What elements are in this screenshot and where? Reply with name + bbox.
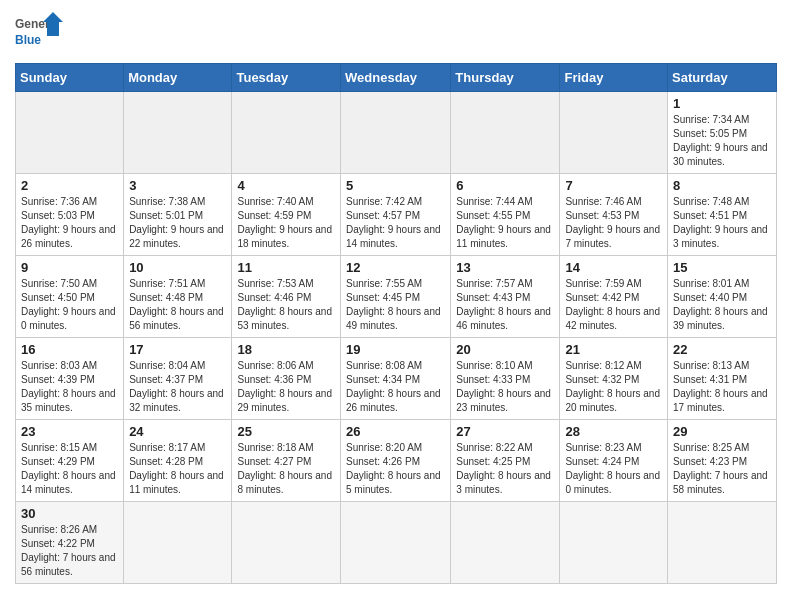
day-cell: 3Sunrise: 7:38 AM Sunset: 5:01 PM Daylig…: [124, 174, 232, 256]
day-cell: 30Sunrise: 8:26 AM Sunset: 4:22 PM Dayli…: [16, 502, 124, 584]
day-cell: 2Sunrise: 7:36 AM Sunset: 5:03 PM Daylig…: [16, 174, 124, 256]
day-cell: [560, 502, 668, 584]
day-number: 6: [456, 178, 554, 193]
column-header-friday: Friday: [560, 64, 668, 92]
day-number: 2: [21, 178, 118, 193]
day-number: 8: [673, 178, 771, 193]
week-row-5: 23Sunrise: 8:15 AM Sunset: 4:29 PM Dayli…: [16, 420, 777, 502]
day-number: 25: [237, 424, 335, 439]
day-cell: 10Sunrise: 7:51 AM Sunset: 4:48 PM Dayli…: [124, 256, 232, 338]
day-cell: 17Sunrise: 8:04 AM Sunset: 4:37 PM Dayli…: [124, 338, 232, 420]
day-info: Sunrise: 8:17 AM Sunset: 4:28 PM Dayligh…: [129, 441, 226, 497]
day-number: 15: [673, 260, 771, 275]
day-info: Sunrise: 8:04 AM Sunset: 4:37 PM Dayligh…: [129, 359, 226, 415]
day-cell: 24Sunrise: 8:17 AM Sunset: 4:28 PM Dayli…: [124, 420, 232, 502]
day-number: 11: [237, 260, 335, 275]
day-number: 22: [673, 342, 771, 357]
day-number: 9: [21, 260, 118, 275]
day-number: 29: [673, 424, 771, 439]
day-cell: [341, 92, 451, 174]
column-header-wednesday: Wednesday: [341, 64, 451, 92]
week-row-3: 9Sunrise: 7:50 AM Sunset: 4:50 PM Daylig…: [16, 256, 777, 338]
day-number: 26: [346, 424, 445, 439]
week-row-4: 16Sunrise: 8:03 AM Sunset: 4:39 PM Dayli…: [16, 338, 777, 420]
day-info: Sunrise: 7:46 AM Sunset: 4:53 PM Dayligh…: [565, 195, 662, 251]
day-cell: [451, 92, 560, 174]
day-cell: [668, 502, 777, 584]
day-cell: [124, 502, 232, 584]
day-number: 24: [129, 424, 226, 439]
day-cell: 11Sunrise: 7:53 AM Sunset: 4:46 PM Dayli…: [232, 256, 341, 338]
day-info: Sunrise: 8:01 AM Sunset: 4:40 PM Dayligh…: [673, 277, 771, 333]
day-cell: 14Sunrise: 7:59 AM Sunset: 4:42 PM Dayli…: [560, 256, 668, 338]
day-number: 17: [129, 342, 226, 357]
day-cell: 7Sunrise: 7:46 AM Sunset: 4:53 PM Daylig…: [560, 174, 668, 256]
svg-text:Blue: Blue: [15, 33, 41, 47]
day-info: Sunrise: 7:55 AM Sunset: 4:45 PM Dayligh…: [346, 277, 445, 333]
day-info: Sunrise: 8:23 AM Sunset: 4:24 PM Dayligh…: [565, 441, 662, 497]
day-number: 12: [346, 260, 445, 275]
day-cell: 22Sunrise: 8:13 AM Sunset: 4:31 PM Dayli…: [668, 338, 777, 420]
week-row-2: 2Sunrise: 7:36 AM Sunset: 5:03 PM Daylig…: [16, 174, 777, 256]
day-number: 23: [21, 424, 118, 439]
day-info: Sunrise: 7:40 AM Sunset: 4:59 PM Dayligh…: [237, 195, 335, 251]
column-header-thursday: Thursday: [451, 64, 560, 92]
day-cell: 16Sunrise: 8:03 AM Sunset: 4:39 PM Dayli…: [16, 338, 124, 420]
day-cell: 1Sunrise: 7:34 AM Sunset: 5:05 PM Daylig…: [668, 92, 777, 174]
day-cell: 6Sunrise: 7:44 AM Sunset: 4:55 PM Daylig…: [451, 174, 560, 256]
day-cell: 29Sunrise: 8:25 AM Sunset: 4:23 PM Dayli…: [668, 420, 777, 502]
day-number: 10: [129, 260, 226, 275]
column-header-sunday: Sunday: [16, 64, 124, 92]
day-info: Sunrise: 8:15 AM Sunset: 4:29 PM Dayligh…: [21, 441, 118, 497]
day-info: Sunrise: 7:38 AM Sunset: 5:01 PM Dayligh…: [129, 195, 226, 251]
day-cell: 25Sunrise: 8:18 AM Sunset: 4:27 PM Dayli…: [232, 420, 341, 502]
column-header-tuesday: Tuesday: [232, 64, 341, 92]
day-info: Sunrise: 7:53 AM Sunset: 4:46 PM Dayligh…: [237, 277, 335, 333]
page-header: General Blue: [15, 10, 777, 55]
day-info: Sunrise: 7:44 AM Sunset: 4:55 PM Dayligh…: [456, 195, 554, 251]
day-info: Sunrise: 7:51 AM Sunset: 4:48 PM Dayligh…: [129, 277, 226, 333]
week-row-6: 30Sunrise: 8:26 AM Sunset: 4:22 PM Dayli…: [16, 502, 777, 584]
day-cell: 19Sunrise: 8:08 AM Sunset: 4:34 PM Dayli…: [341, 338, 451, 420]
day-info: Sunrise: 7:48 AM Sunset: 4:51 PM Dayligh…: [673, 195, 771, 251]
day-cell: [232, 502, 341, 584]
day-cell: 13Sunrise: 7:57 AM Sunset: 4:43 PM Dayli…: [451, 256, 560, 338]
day-info: Sunrise: 8:25 AM Sunset: 4:23 PM Dayligh…: [673, 441, 771, 497]
day-number: 3: [129, 178, 226, 193]
day-info: Sunrise: 7:57 AM Sunset: 4:43 PM Dayligh…: [456, 277, 554, 333]
day-info: Sunrise: 8:26 AM Sunset: 4:22 PM Dayligh…: [21, 523, 118, 579]
week-row-1: 1Sunrise: 7:34 AM Sunset: 5:05 PM Daylig…: [16, 92, 777, 174]
day-info: Sunrise: 8:06 AM Sunset: 4:36 PM Dayligh…: [237, 359, 335, 415]
day-number: 4: [237, 178, 335, 193]
day-cell: 18Sunrise: 8:06 AM Sunset: 4:36 PM Dayli…: [232, 338, 341, 420]
column-header-monday: Monday: [124, 64, 232, 92]
day-cell: [232, 92, 341, 174]
day-number: 28: [565, 424, 662, 439]
day-info: Sunrise: 7:34 AM Sunset: 5:05 PM Dayligh…: [673, 113, 771, 169]
day-cell: 20Sunrise: 8:10 AM Sunset: 4:33 PM Dayli…: [451, 338, 560, 420]
day-info: Sunrise: 8:13 AM Sunset: 4:31 PM Dayligh…: [673, 359, 771, 415]
day-number: 16: [21, 342, 118, 357]
day-info: Sunrise: 7:50 AM Sunset: 4:50 PM Dayligh…: [21, 277, 118, 333]
day-number: 18: [237, 342, 335, 357]
day-cell: 21Sunrise: 8:12 AM Sunset: 4:32 PM Dayli…: [560, 338, 668, 420]
day-info: Sunrise: 8:08 AM Sunset: 4:34 PM Dayligh…: [346, 359, 445, 415]
day-number: 5: [346, 178, 445, 193]
day-info: Sunrise: 8:12 AM Sunset: 4:32 PM Dayligh…: [565, 359, 662, 415]
day-info: Sunrise: 7:42 AM Sunset: 4:57 PM Dayligh…: [346, 195, 445, 251]
day-number: 14: [565, 260, 662, 275]
day-info: Sunrise: 8:20 AM Sunset: 4:26 PM Dayligh…: [346, 441, 445, 497]
day-info: Sunrise: 7:59 AM Sunset: 4:42 PM Dayligh…: [565, 277, 662, 333]
day-cell: 27Sunrise: 8:22 AM Sunset: 4:25 PM Dayli…: [451, 420, 560, 502]
header-row: SundayMondayTuesdayWednesdayThursdayFrid…: [16, 64, 777, 92]
day-cell: [560, 92, 668, 174]
column-header-saturday: Saturday: [668, 64, 777, 92]
day-number: 7: [565, 178, 662, 193]
day-info: Sunrise: 8:03 AM Sunset: 4:39 PM Dayligh…: [21, 359, 118, 415]
day-info: Sunrise: 8:18 AM Sunset: 4:27 PM Dayligh…: [237, 441, 335, 497]
day-number: 19: [346, 342, 445, 357]
day-number: 30: [21, 506, 118, 521]
day-info: Sunrise: 8:22 AM Sunset: 4:25 PM Dayligh…: [456, 441, 554, 497]
day-cell: 9Sunrise: 7:50 AM Sunset: 4:50 PM Daylig…: [16, 256, 124, 338]
day-cell: [16, 92, 124, 174]
